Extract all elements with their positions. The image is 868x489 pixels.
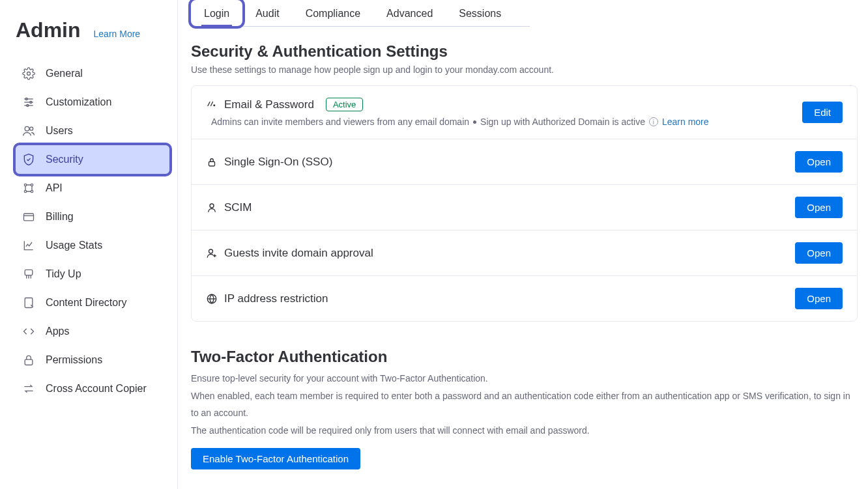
twofa-desc: Ensure top-level security for your accou… [191,370,858,439]
sidebar-item-users[interactable]: Users [16,117,169,145]
twofa-title: Two-Factor Authentication [191,348,858,366]
card-subtext: Admins can invite members and viewers fr… [206,117,796,127]
edit-button[interactable]: Edit [802,102,843,123]
swap-icon [22,382,35,395]
twofa-section: Two-Factor Authentication Ensure top-lev… [191,348,858,469]
sidebar-item-usage-stats[interactable]: Usage Stats [16,231,169,260]
svg-point-8 [30,127,33,130]
svg-point-18 [213,104,215,106]
svg-point-10 [31,184,33,186]
sidebar-item-customization[interactable]: Customization [16,88,169,117]
sidebar-item-api[interactable]: API [16,174,169,203]
sidebar-item-apps[interactable]: Apps [16,317,169,346]
sidebar-item-security[interactable]: Security [16,145,169,174]
api-icon [22,182,35,195]
monday-icon [206,99,218,111]
users-icon [22,124,35,137]
svg-point-0 [27,72,31,76]
shield-icon [22,153,35,166]
info-icon[interactable]: i [649,117,658,126]
person-icon [206,202,218,214]
lock-icon [206,156,218,168]
card-scim: SCIM Open [192,185,857,231]
sidebar-item-cross-account-copier[interactable]: Cross Account Copier [16,374,169,403]
tab-audit[interactable]: Audit [242,0,292,26]
sidebar-item-label: General [46,68,83,79]
svg-rect-13 [24,214,34,221]
lock-icon [22,354,35,367]
svg-point-9 [24,184,26,186]
sidebar-item-label: Security [46,154,83,165]
svg-rect-17 [25,359,33,365]
sidebar-item-label: Cross Account Copier [46,383,147,395]
sidebar: Admin Learn More General Customization U… [0,0,178,489]
open-button[interactable]: Open [795,197,843,218]
sidebar-item-content-directory[interactable]: Content Directory [16,288,169,317]
chart-icon [22,239,35,252]
section-title: Security & Authentication Settings [191,42,858,61]
security-cards: Email & Password Active Admins can invit… [191,85,858,322]
person-plus-icon [206,247,218,259]
open-button[interactable]: Open [795,242,843,264]
broom-icon [22,268,35,281]
card-email-password: Email & Password Active Admins can invit… [192,86,857,139]
sidebar-item-permissions[interactable]: Permissions [16,346,169,374]
svg-rect-19 [209,161,215,166]
globe-icon [206,293,218,305]
sidebar-item-tidy-up[interactable]: Tidy Up [16,260,169,288]
svg-rect-16 [25,298,33,308]
sidebar-item-label: API [46,182,63,194]
twofa-desc-line: The authentication code will be required… [191,425,590,436]
card-title: IP address restriction [224,292,328,305]
sidebar-item-label: Content Directory [46,297,127,309]
tabs: Login Audit Compliance Advanced Sessions [191,0,530,27]
tab-advanced[interactable]: Advanced [373,0,446,26]
sidebar-item-label: Customization [46,96,111,108]
card-subtext-1: Admins can invite members and viewers fr… [211,117,469,127]
open-button[interactable]: Open [795,288,843,309]
card-sso: Single Sign-On (SSO) Open [192,139,857,185]
svg-point-20 [210,204,214,208]
card-title: Single Sign-On (SSO) [224,156,332,169]
tab-compliance[interactable]: Compliance [293,0,373,26]
sidebar-item-general[interactable]: General [16,59,169,88]
tab-login[interactable]: Login [191,0,242,26]
tab-sessions[interactable]: Sessions [446,0,514,26]
card-title: Email & Password [224,98,314,111]
status-badge: Active [326,98,363,111]
svg-point-12 [31,190,33,192]
open-button[interactable]: Open [795,151,843,173]
card-title: SCIM [224,201,252,214]
code-icon [22,325,35,338]
sidebar-item-label: Permissions [46,354,102,366]
sidebar-item-label: Billing [46,211,74,223]
card-guests-invite: Guests invite domain approval Open [192,231,857,276]
learn-more-link[interactable]: Learn more [662,117,709,127]
card-subtext-2: Sign up with Authorized Domain is active [480,117,645,127]
svg-rect-15 [25,270,33,275]
svg-point-7 [25,126,29,131]
sidebar-header: Admin Learn More [16,18,169,42]
sliders-icon [22,96,35,109]
card-title: Guests invite domain approval [224,247,373,260]
sidebar-title: Admin [16,18,81,42]
main-content: Login Audit Compliance Advanced Sessions… [178,0,868,489]
sidebar-item-billing[interactable]: Billing [16,203,169,231]
twofa-desc-line: Ensure top-level security for your accou… [191,373,488,384]
security-section: Security & Authentication Settings Use t… [191,42,858,322]
section-desc: Use these settings to manage how people … [191,64,858,75]
card-icon [22,210,35,223]
bullet-icon [473,120,476,124]
card-ip-restriction: IP address restriction Open [192,276,857,321]
doc-icon [22,296,35,309]
sidebar-item-label: Usage Stats [46,240,102,251]
sidebar-item-label: Users [46,125,73,137]
twofa-desc-line: When enabled, each team member is requir… [191,391,850,419]
learn-more-link[interactable]: Learn More [94,29,141,39]
enable-twofa-button[interactable]: Enable Two-Factor Authentication [191,448,360,469]
gear-icon [22,67,35,80]
svg-point-11 [24,190,26,192]
svg-point-21 [209,249,213,253]
sidebar-item-label: Apps [46,326,69,337]
sidebar-item-label: Tidy Up [46,268,81,280]
